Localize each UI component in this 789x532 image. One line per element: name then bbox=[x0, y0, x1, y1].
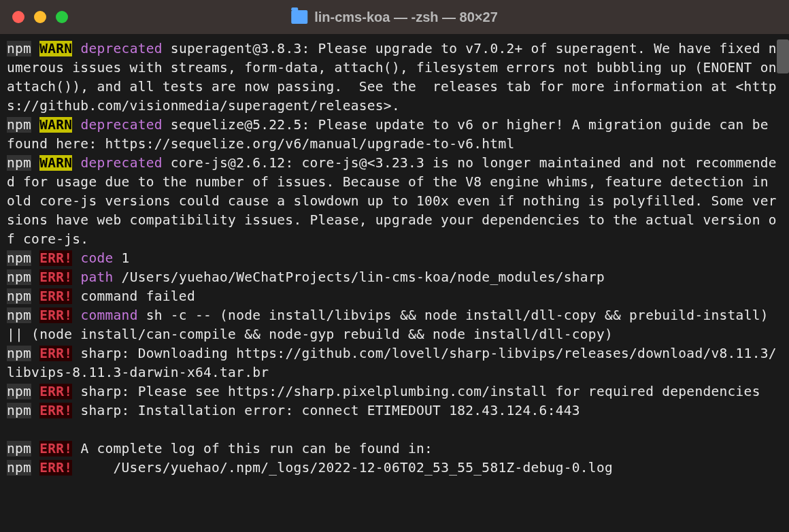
terminal-content[interactable]: npm WARN deprecated superagent@3.8.3: Pl… bbox=[0, 34, 789, 532]
npm-badge: npm bbox=[7, 346, 31, 361]
log-text: sharp: Downloading https://github.com/lo… bbox=[7, 346, 777, 380]
npm-badge: npm bbox=[7, 441, 31, 456]
npm-badge: npm bbox=[7, 269, 31, 285]
log-text: command failed bbox=[72, 288, 195, 304]
log-text: /Users/yuehao/WeChatProjects/lin-cms-koa… bbox=[114, 269, 605, 285]
npm-badge: npm bbox=[7, 41, 31, 56]
err-badge: ERR! bbox=[39, 346, 72, 361]
terminal-line: npm ERR! sharp: Installation error: conn… bbox=[7, 401, 782, 420]
warn-badge: WARN bbox=[39, 41, 72, 56]
terminal-line: npm ERR! code 1 bbox=[7, 249, 782, 268]
npm-badge: npm bbox=[7, 117, 31, 133]
window-title-area: lin-cms-koa — -zsh — 80×27 bbox=[291, 10, 498, 25]
warn-badge: WARN bbox=[39, 155, 72, 171]
minimize-button[interactable] bbox=[34, 11, 46, 23]
log-text: sharp: Installation error: connect ETIME… bbox=[72, 403, 580, 418]
err-badge: ERR! bbox=[39, 269, 72, 285]
err-badge: ERR! bbox=[39, 460, 72, 476]
err-badge: ERR! bbox=[39, 250, 72, 266]
terminal-line: npm ERR! path /Users/yuehao/WeChatProjec… bbox=[7, 268, 782, 287]
err-badge: ERR! bbox=[39, 384, 72, 399]
terminal-line: npm ERR! command failed bbox=[7, 287, 782, 306]
terminal-line: npm WARN deprecated superagent@3.8.3: Pl… bbox=[7, 39, 782, 116]
log-text: sharp: Please see https://sharp.pixelplu… bbox=[72, 384, 760, 399]
maximize-button[interactable] bbox=[56, 11, 68, 23]
npm-badge: npm bbox=[7, 460, 31, 476]
npm-badge: npm bbox=[7, 403, 31, 418]
err-badge: ERR! bbox=[39, 403, 72, 418]
npm-badge: npm bbox=[7, 307, 31, 323]
log-text: 1 bbox=[114, 250, 130, 266]
terminal-line: npm WARN deprecated sequelize@5.22.5: Pl… bbox=[7, 116, 782, 154]
terminal-line: npm ERR! A complete log of this run can … bbox=[7, 439, 782, 459]
terminal-line: npm ERR! command sh -c -- (node install/… bbox=[7, 306, 782, 344]
terminal-line: npm ERR! sharp: Downloading https://gith… bbox=[7, 344, 782, 382]
deprecated-label: deprecated bbox=[80, 41, 162, 56]
npm-badge: npm bbox=[7, 155, 31, 171]
deprecated-label: deprecated bbox=[80, 117, 162, 133]
close-button[interactable] bbox=[12, 11, 24, 23]
terminal-line: npm ERR! sharp: Please see https://sharp… bbox=[7, 382, 782, 401]
terminal-line: npm WARN deprecated core-js@2.6.12: core… bbox=[7, 154, 782, 249]
log-text: /Users/yuehao/.npm/_logs/2022-12-06T02_5… bbox=[72, 460, 613, 476]
err-badge: ERR! bbox=[39, 441, 72, 456]
terminal-line bbox=[7, 420, 782, 439]
command-label: command bbox=[80, 307, 137, 323]
deprecated-label: deprecated bbox=[80, 155, 162, 171]
path-label: path bbox=[80, 269, 113, 285]
err-badge: ERR! bbox=[39, 307, 72, 323]
err-badge: ERR! bbox=[39, 288, 72, 304]
scrollbar[interactable] bbox=[777, 39, 789, 73]
terminal-line: npm ERR! /Users/yuehao/.npm/_logs/2022-1… bbox=[7, 459, 782, 478]
log-text: A complete log of this run can be found … bbox=[72, 441, 433, 456]
code-label: code bbox=[80, 250, 113, 266]
npm-badge: npm bbox=[7, 288, 31, 304]
npm-badge: npm bbox=[7, 250, 31, 266]
npm-badge: npm bbox=[7, 384, 31, 399]
folder-icon bbox=[291, 10, 307, 24]
traffic-lights bbox=[12, 11, 68, 23]
window-title: lin-cms-koa — -zsh — 80×27 bbox=[314, 10, 498, 25]
titlebar: lin-cms-koa — -zsh — 80×27 bbox=[0, 0, 789, 34]
warn-badge: WARN bbox=[39, 117, 72, 133]
